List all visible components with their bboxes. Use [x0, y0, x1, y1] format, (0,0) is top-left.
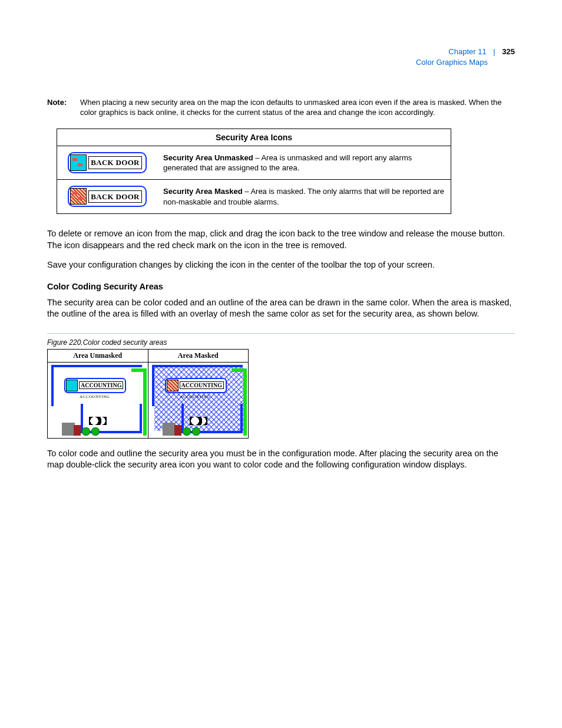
chapter-label: Chapter 11 — [448, 47, 486, 56]
paragraph-delete-icon: To delete or remove an icon from the map… — [47, 228, 515, 251]
panel-area-masked: Area Masked ACCOUNTING ACCOUNTING — [148, 350, 249, 438]
floorplan-icon — [66, 380, 78, 391]
row-description: Security Area Masked – Area is masked. T… — [157, 180, 451, 214]
vehicle-icon — [190, 417, 207, 425]
row-title: Security Area Masked — [163, 187, 243, 196]
row-description: Security Area Unmasked – Area is unmaske… — [157, 146, 451, 180]
panel-area-unmasked: Area Unmasked ACCOUNTING ACCOUNTING — [48, 350, 148, 438]
page-number: 325 — [502, 47, 515, 56]
icon-label: BACK DOOR — [88, 156, 142, 169]
floorplan-icon — [70, 188, 87, 205]
note-block: Note: When placing a new security area o… — [47, 97, 515, 118]
red-door-icon — [174, 425, 181, 436]
icon-label: BACK DOOR — [88, 190, 142, 203]
status-dots — [82, 427, 100, 436]
accounting-badge: ACCOUNTING — [64, 378, 126, 393]
table-row: BACK DOOR Security Area Masked – Area is… — [57, 180, 451, 214]
red-door-icon — [74, 425, 81, 436]
gray-box-icon — [163, 423, 176, 436]
note-label: Note: — [47, 97, 80, 118]
subheading-color-coding: Color Coding Security Areas — [47, 282, 515, 291]
floorplan-masked: ACCOUNTING ACCOUNTING — [148, 363, 249, 438]
security-area-masked-icon: BACK DOOR — [68, 186, 147, 207]
paragraph-config-mode: To color code and outline the security a… — [47, 448, 515, 471]
status-dots — [183, 427, 200, 436]
floorplan-unmasked: ACCOUNTING ACCOUNTING — [48, 363, 148, 438]
header-separator: | — [488, 47, 500, 56]
paragraph-color-coding: The security area can be color coded and… — [47, 297, 515, 320]
page-header: Chapter 11 | 325 Color Graphics Maps — [47, 47, 515, 68]
panel-caption: Area Unmasked — [48, 350, 148, 363]
panel-caption: Area Masked — [148, 350, 249, 363]
rule — [47, 333, 515, 334]
floorplan-icon — [167, 380, 178, 391]
security-area-icons-table: Security Area Icons BACK DOOR Security A… — [57, 129, 451, 214]
chapter-title: Color Graphics Maps — [416, 58, 488, 67]
vehicle-icon — [89, 417, 107, 425]
figure-caption: Figure 220.Color coded security areas — [47, 338, 515, 347]
accounting-badge: ACCOUNTING — [165, 378, 227, 393]
badge-label: ACCOUNTING — [79, 381, 123, 389]
tiny-label: ACCOUNTING — [180, 394, 210, 399]
paragraph-save-config: Save your configuration changes by click… — [47, 259, 515, 271]
tiny-label: ACCOUNTING — [80, 394, 110, 399]
table-row: BACK DOOR Security Area Unmasked – Area … — [57, 146, 451, 180]
gray-box-icon — [62, 423, 75, 436]
page: Chapter 11 | 325 Color Graphics Maps Not… — [0, 0, 562, 728]
security-area-unmasked-icon: BACK DOOR — [68, 152, 147, 173]
note-text: When placing a new security area on the … — [80, 97, 515, 118]
badge-label: ACCOUNTING — [180, 381, 224, 389]
floorplan-icon — [70, 154, 87, 171]
table-heading: Security Area Icons — [57, 129, 451, 146]
row-title: Security Area Unmasked — [163, 153, 253, 162]
figure-220: Area Unmasked ACCOUNTING ACCOUNTING Area… — [47, 349, 249, 439]
